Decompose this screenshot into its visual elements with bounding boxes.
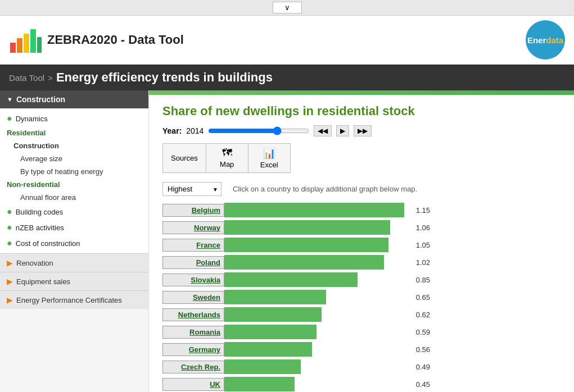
year-prev-prev-button[interactable]: ◀◀ [314, 125, 332, 136]
bar-container [224, 342, 404, 357]
bar-container [224, 325, 404, 339]
bar-row: Norway 1.06 [162, 220, 561, 235]
nzeb-label: nZEB activities [16, 224, 64, 232]
bar-row: Sweden 0.65 [162, 290, 561, 304]
logo-text: ZEBRA2020 - Data Tool [47, 33, 184, 47]
bar-label-france[interactable]: France [162, 239, 224, 252]
equipment-arrow-icon: ▶ [7, 277, 13, 286]
bar-fill [224, 377, 295, 391]
sidebar-section-construction[interactable]: ▼ Construction [0, 90, 148, 108]
bar-fill [224, 325, 317, 339]
bar-container [224, 203, 404, 217]
excel-label: Excel [260, 161, 278, 169]
map-button[interactable]: 🗺 Map [206, 143, 248, 173]
bar-fill [224, 255, 384, 270]
sidebar-collapsible-epc[interactable]: ▶ Energy Performance Certificates [0, 290, 148, 309]
year-value: 2014 [186, 126, 204, 135]
bar-label-norway[interactable]: Norway [162, 221, 224, 234]
sidebar-item-annual-floor[interactable]: Annual floor area [0, 191, 148, 204]
bar-value: 0.56 [404, 345, 432, 354]
year-next-button[interactable]: ▶▶ [354, 125, 372, 136]
svg-rect-3 [30, 29, 36, 53]
bar-fill [224, 203, 404, 217]
excel-button[interactable]: 📊 Excel [248, 143, 291, 173]
sidebar-item-nzeb[interactable]: ● nZEB activities [0, 220, 148, 235]
collapse-button[interactable]: ∨ [273, 2, 302, 13]
excel-icon: 📊 [263, 147, 275, 159]
svg-rect-0 [10, 43, 16, 53]
sort-dropdown-wrapper: Highest Lowest Alphabetical ▼ [162, 182, 222, 196]
bar-container [224, 255, 404, 270]
sidebar-item-avg-size[interactable]: Average size [0, 152, 148, 165]
sidebar-collapsible-renovation[interactable]: ▶ Renovation [0, 253, 148, 272]
bar-fill [224, 272, 358, 287]
bar-label-sweden[interactable]: Sweden [162, 291, 224, 304]
svg-rect-1 [17, 38, 22, 53]
svg-rect-4 [37, 37, 42, 53]
sidebar-item-cost[interactable]: ● Cost of construction [0, 235, 148, 251]
svg-rect-2 [24, 34, 29, 53]
enerdata-badge: Enerdata [526, 20, 565, 60]
bar-label-belgium[interactable]: Belgium [162, 204, 224, 217]
bar-row: Poland 1.02 [162, 255, 561, 270]
green-accent-bar [149, 90, 574, 95]
building-codes-label: Building codes [16, 208, 64, 216]
sidebar-item-by-heating[interactable]: By type of heating energy [0, 165, 148, 178]
bar-row: Slovakia 0.85 [162, 272, 561, 287]
bar-row: Romania 0.59 [162, 325, 561, 339]
sort-dropdown[interactable]: Highest Lowest Alphabetical [162, 182, 222, 196]
bar-label-slovakia[interactable]: Slovakia [162, 274, 224, 286]
bar-label-uk[interactable]: UK [162, 378, 224, 391]
logo-icon [9, 26, 43, 54]
bar-fill [224, 220, 390, 235]
bar-container [224, 238, 404, 252]
year-label: Year: [162, 126, 182, 135]
dynamics-label: Dynamics [16, 115, 48, 123]
bar-container [224, 272, 404, 287]
cost-icon: ● [7, 238, 12, 248]
map-label: Map [220, 160, 234, 168]
bar-value: 0.85 [404, 276, 432, 284]
bar-row: Belgium 1.15 [162, 203, 561, 217]
bar-container [224, 377, 404, 391]
bar-value: 0.59 [404, 328, 432, 336]
sidebar-item-building-codes[interactable]: ● Building codes [0, 204, 148, 220]
click-hint: Click on a country to display additional… [233, 185, 417, 193]
construction-label: Construction [16, 95, 65, 104]
chart-controls: Highest Lowest Alphabetical ▼ Click on a… [162, 182, 561, 196]
bar-container [224, 220, 404, 235]
bar-row: France 1.05 [162, 238, 561, 252]
epc-arrow-icon: ▶ [7, 295, 13, 304]
breadcrumb-separator: > [48, 73, 53, 83]
bar-value: 1.06 [404, 224, 432, 232]
year-prev-button[interactable]: ▶ [336, 125, 349, 136]
bar-label-czech-rep.[interactable]: Czech Rep. [162, 361, 224, 373]
sidebar-sub-header-non-residential: Non-residential [0, 178, 148, 191]
sidebar-collapsible-equipment[interactable]: ▶ Equipment sales [0, 272, 148, 290]
bar-label-romania[interactable]: Romania [162, 326, 224, 339]
bar-label-poland[interactable]: Poland [162, 256, 224, 269]
header: ZEBRA2020 - Data Tool Enerdata [0, 16, 574, 65]
bar-label-germany[interactable]: Germany [162, 343, 224, 356]
bar-value: 0.45 [404, 380, 432, 389]
bar-row: Czech Rep. 0.49 [162, 359, 561, 374]
bar-value: 1.02 [404, 258, 432, 267]
bar-container [224, 359, 404, 374]
bar-fill [224, 290, 326, 304]
epc-label: Energy Performance Certificates [16, 296, 122, 304]
bar-row: Netherlands 0.62 [162, 307, 561, 322]
map-icon: 🗺 [222, 147, 232, 159]
toolbar: Sources 🗺 Map 📊 Excel [162, 143, 561, 173]
construction-arrow: ▼ [7, 96, 13, 103]
sidebar-item-construction[interactable]: Construction [0, 139, 148, 152]
bar-value: 0.49 [404, 363, 432, 371]
breadcrumb-link[interactable]: Data Tool [9, 73, 44, 83]
sidebar-item-dynamics[interactable]: ● Dynamics [0, 111, 148, 126]
renovation-label: Renovation [16, 259, 53, 267]
bar-chart: Belgium 1.15 Norway 1.06 France 1.05 Pol… [162, 203, 561, 391]
breadcrumb: Data Tool > Energy efficiency trends in … [0, 65, 574, 90]
chart-title: Share of new dwellings in residential st… [162, 104, 561, 118]
sources-button[interactable]: Sources [162, 143, 206, 173]
year-slider[interactable] [208, 126, 309, 135]
bar-label-netherlands[interactable]: Netherlands [162, 308, 224, 321]
